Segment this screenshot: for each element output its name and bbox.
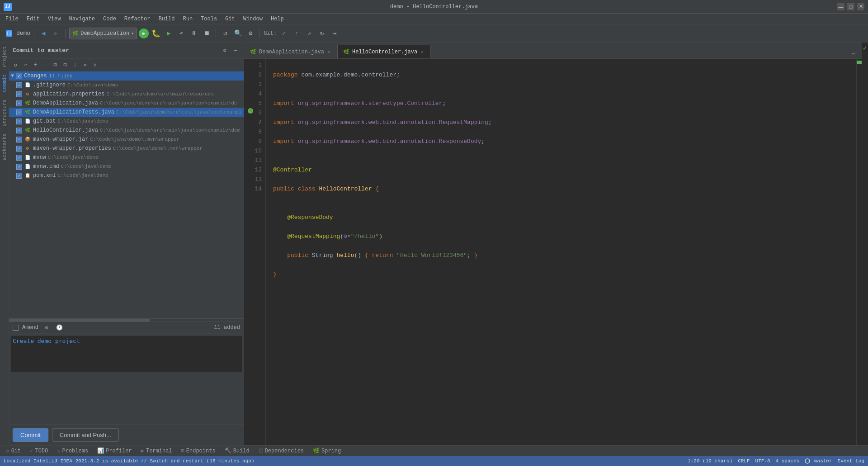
file-item-mvn-props[interactable]: ✓ ⚙ maven-wrapper.properties C:\Code\jav… — [9, 144, 244, 153]
toolbar-icon-2[interactable]: ⏸ — [189, 28, 199, 39]
coverage-button[interactable]: ▶ — [163, 28, 174, 39]
forward-icon[interactable]: ▶ — [51, 28, 61, 39]
menu-help[interactable]: Help — [267, 15, 288, 23]
amend-settings-icon[interactable]: ⚙ — [42, 323, 51, 332]
git-update-icon[interactable]: ↑ — [291, 28, 302, 39]
sidebar-tab-project[interactable]: Project — [1, 43, 8, 71]
menu-git[interactable]: Git — [222, 15, 239, 23]
settings-icon[interactable]: ⚙ — [245, 28, 256, 39]
menu-edit[interactable]: Edit — [23, 15, 43, 23]
minimize-button[interactable]: — — [837, 3, 844, 10]
position-indicator[interactable]: 1:20 (19 chars) — [688, 458, 732, 464]
unstage-icon[interactable]: - — [41, 61, 50, 70]
group-icon[interactable]: ⊟ — [61, 61, 70, 70]
scrollbar-thumb[interactable] — [9, 319, 150, 322]
sort-icon[interactable]: ↕ — [71, 61, 80, 70]
changes-checkbox[interactable]: ✓ — [16, 73, 22, 79]
file-checkbox-app-props[interactable]: ✓ — [16, 91, 22, 97]
line-ending-indicator[interactable]: CRLF — [738, 458, 750, 464]
bottom-tab-git[interactable]: ⊕ Git — [2, 447, 25, 455]
tab-hello-controller[interactable]: 🌿 HelloController.java ✕ — [337, 45, 430, 58]
close-button[interactable]: ✕ — [857, 3, 864, 10]
code-content[interactable]: package com.example.demo.controller; imp… — [266, 59, 856, 445]
collapse-icon[interactable]: ⇕ — [90, 61, 99, 70]
file-checkbox-mvn-props[interactable]: ✓ — [16, 146, 22, 152]
menu-view[interactable]: View — [44, 15, 65, 23]
back-icon[interactable]: ◀ — [38, 28, 49, 39]
git-check-icon[interactable]: ✓ — [278, 28, 289, 39]
sidebar-tab-commit[interactable]: Commit — [1, 71, 8, 96]
bottom-tab-build[interactable]: 🔨 Build — [220, 447, 254, 455]
file-checkbox-hello-ctrl[interactable]: ✓ — [16, 128, 22, 133]
menu-window[interactable]: Window — [240, 15, 266, 23]
file-item-gitignore[interactable]: ✓ 📄 .gitignore C:\Code\java\demo — [9, 81, 244, 90]
commit-button[interactable]: Commit — [13, 428, 48, 442]
event-log[interactable]: Event Log — [838, 458, 864, 464]
tab-menu-icon[interactable]: ⋯ — [849, 49, 858, 58]
stage-icon[interactable]: + — [31, 61, 40, 70]
file-item-app-props[interactable]: ✓ ⚙ application.properties C:\Code\java\… — [9, 90, 244, 99]
search-everywhere-icon[interactable]: 🔍 — [232, 28, 243, 39]
menu-run[interactable]: Run — [179, 15, 196, 23]
file-item-demo-app[interactable]: ✓ 🌿 DemoApplication.java C:\Code\java\de… — [9, 99, 244, 108]
file-item-git-bat[interactable]: ✓ 📄 git.bat C:\Code\java\demo — [9, 117, 244, 126]
file-checkbox-demo-app[interactable]: ✓ — [16, 100, 22, 106]
file-item-mvnw-cmd[interactable]: ✓ 📄 mvnw.cmd C:\Code\java\demo — [9, 162, 244, 171]
indent-indicator[interactable]: 4 spaces — [776, 458, 800, 464]
commit-settings-icon[interactable]: ⚙ — [220, 46, 229, 55]
file-item-pom[interactable]: ✓ 📋 pom.xml C:\Code\java\demo — [9, 171, 244, 180]
menu-code[interactable]: Code — [99, 15, 120, 23]
commit-minimize-icon[interactable]: — — [231, 46, 240, 55]
line-num-11: 11 — [248, 156, 262, 165]
menu-refactor[interactable]: Refactor — [121, 15, 154, 23]
commit-and-push-button[interactable]: Commit and Push... — [52, 428, 119, 442]
file-item-mvn-jar[interactable]: ✓ 📦 maven-wrapper.jar C:\Code\java\demo\… — [9, 135, 244, 144]
expand-icon[interactable]: ⇔ — [80, 61, 90, 70]
bottom-tab-terminal[interactable]: ▶ Terminal — [137, 447, 177, 455]
tab-close-demo-app[interactable]: ✕ — [327, 49, 331, 55]
bottom-tab-problems[interactable]: ⚠ Problems — [52, 447, 93, 455]
git-fetch-icon[interactable]: ↻ — [316, 28, 327, 39]
tab-close-hello-ctrl[interactable]: ✕ — [420, 49, 425, 55]
file-checkbox-mvn-jar[interactable]: ✓ — [16, 137, 22, 143]
branch-indicator[interactable]: master — [805, 458, 832, 464]
amend-history-icon[interactable]: 🕐 — [55, 323, 64, 332]
bottom-tab-endpoints[interactable]: ⊞ Endpoints — [177, 447, 220, 455]
sidebar-tab-structure[interactable]: Structure — [1, 96, 8, 130]
bottom-tab-dependencies[interactable]: ⬡ Dependencies — [254, 447, 308, 455]
toolbar-icon-1[interactable]: ↶ — [176, 28, 187, 39]
file-item-mvnw[interactable]: ✓ 📄 mvnw C:\Code\java\demo — [9, 153, 244, 162]
run-button[interactable]: ▶ — [139, 29, 149, 38]
tab-demo-application[interactable]: 🌿 DemoApplication.java ✕ — [244, 45, 337, 58]
run-config-dropdown[interactable]: 🌿 DemoApplication ▾ — [69, 28, 137, 39]
file-checkbox-gitignore[interactable]: ✓ — [16, 82, 22, 88]
menu-tools[interactable]: Tools — [197, 15, 221, 23]
menu-file[interactable]: File — [2, 15, 22, 23]
file-item-hello-ctrl[interactable]: ✓ 🌿 HelloController.java C:\Code\java\de… — [9, 126, 244, 135]
diff-icon[interactable]: ⊞ — [51, 61, 60, 70]
file-item-demo-tests[interactable]: ✓ 🌿 DemoApplicationTests.java C:\Code\ja… — [9, 108, 244, 117]
menu-navigate[interactable]: Navigate — [65, 15, 99, 23]
file-checkbox-mvnw[interactable]: ✓ — [16, 155, 22, 161]
maximize-button[interactable]: □ — [847, 3, 854, 10]
file-checkbox-demo-tests[interactable]: ✓ — [16, 109, 22, 115]
toolbar-icon-4[interactable]: ↺ — [220, 28, 231, 39]
amend-checkbox[interactable] — [13, 325, 19, 331]
file-checkbox-pom[interactable]: ✓ — [16, 173, 22, 179]
toolbar-icon-3[interactable]: ⏹ — [201, 28, 212, 39]
file-checkbox-mvnw-cmd[interactable]: ✓ — [16, 164, 22, 170]
file-checkbox-git-bat[interactable]: ✓ — [16, 119, 22, 124]
git-merge-icon[interactable]: ⇥ — [329, 28, 340, 39]
charset-indicator[interactable]: UTF-8 — [755, 458, 770, 464]
changes-header[interactable]: ▼ ✓ Changes 11 files — [9, 71, 244, 81]
refresh-icon[interactable]: ↻ — [11, 61, 20, 70]
menu-build[interactable]: Build — [155, 15, 178, 23]
bottom-tab-spring[interactable]: 🌿 Spring — [308, 447, 345, 455]
bottom-tab-profiler[interactable]: 📊 Profiler — [93, 447, 137, 455]
commit-message-input[interactable]: Create demo project — [11, 336, 242, 372]
debug-button[interactable]: 🐛 — [151, 28, 161, 39]
git-push-icon[interactable]: ↗ — [304, 28, 315, 39]
bottom-tab-todo[interactable]: ✓ TODO — [25, 447, 52, 455]
sidebar-tab-bookmarks[interactable]: Bookmarks — [1, 130, 8, 164]
rollback-icon[interactable]: ↶ — [21, 61, 30, 70]
